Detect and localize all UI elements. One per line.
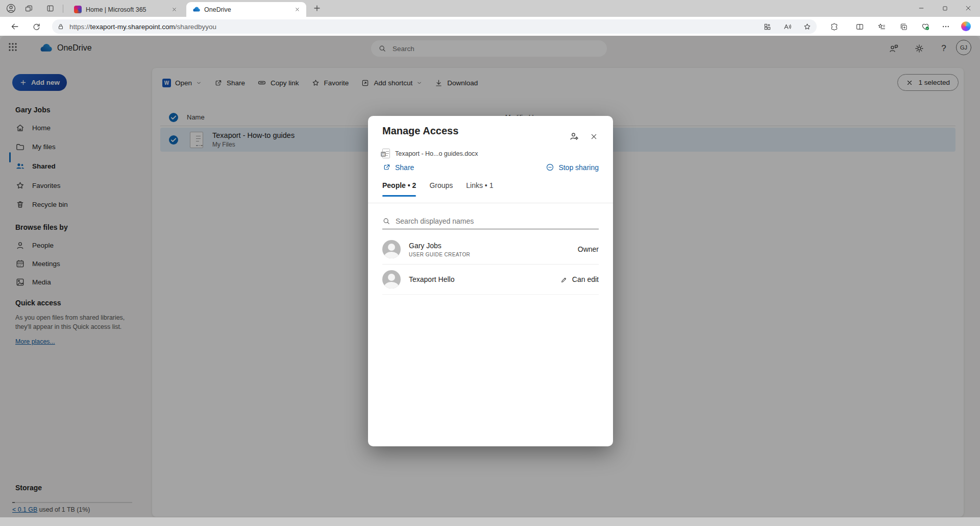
person-gear-icon bbox=[569, 131, 579, 141]
copilot-icon[interactable] bbox=[961, 21, 971, 31]
browser-essentials-icon[interactable] bbox=[919, 20, 932, 33]
dialog-share-button[interactable]: Share bbox=[382, 163, 414, 172]
lock-icon bbox=[57, 23, 64, 30]
browser-profile-icon[interactable] bbox=[6, 4, 16, 13]
person-info: Gary Jobs USER GUIDE CREATOR bbox=[409, 242, 470, 257]
minus-circle-icon bbox=[546, 163, 554, 172]
split-screen-icon[interactable] bbox=[853, 20, 866, 33]
workspaces-icon[interactable] bbox=[763, 22, 772, 31]
ellipsis-glyph bbox=[942, 22, 950, 31]
tabstrip-divider bbox=[63, 5, 63, 13]
dialog-close-button[interactable] bbox=[587, 130, 600, 142]
role-label: Can edit bbox=[572, 275, 599, 283]
share-icon bbox=[382, 163, 391, 172]
people-search-input[interactable] bbox=[396, 217, 584, 225]
url-text: https://texaport-my.sharepoint.com/share… bbox=[69, 23, 216, 31]
browser-tab-strip: Home | Microsoft 365 OneDrive bbox=[0, 0, 980, 17]
vertical-tabs-icon[interactable] bbox=[46, 4, 55, 13]
share-label: Share bbox=[395, 163, 414, 172]
person-name: Gary Jobs bbox=[409, 242, 470, 250]
browser-address-bar-row: https://texaport-my.sharepoint.com/share… bbox=[0, 17, 980, 36]
tab-home-microsoft365[interactable]: Home | Microsoft 365 bbox=[69, 2, 183, 17]
tab-onedrive[interactable]: OneDrive bbox=[186, 2, 306, 17]
word-letter: W bbox=[382, 153, 385, 156]
address-bar[interactable]: https://texaport-my.sharepoint.com/share… bbox=[52, 19, 817, 34]
stop-sharing-label: Stop sharing bbox=[558, 163, 599, 172]
dialog-tab-list: People • 2 Groups Links • 1 bbox=[382, 181, 493, 189]
stop-sharing-button[interactable]: Stop sharing bbox=[546, 163, 599, 172]
person-subtitle: USER GUIDE CREATOR bbox=[409, 252, 470, 257]
list-divider bbox=[382, 294, 599, 295]
manage-access-dialog: Manage Access W Texaport - Ho...o guides… bbox=[368, 116, 613, 446]
url-path: /sharedbyyou bbox=[175, 23, 216, 31]
pencil-icon bbox=[560, 276, 568, 283]
window-close-button[interactable] bbox=[958, 0, 979, 16]
browser-window: Home | Microsoft 365 OneDrive bbox=[0, 0, 980, 526]
word-document-icon: W bbox=[382, 149, 390, 158]
tab-close-icon[interactable] bbox=[293, 6, 301, 14]
tab-people[interactable]: People • 2 bbox=[382, 181, 416, 189]
tab-links[interactable]: Links • 1 bbox=[466, 181, 493, 189]
read-aloud-icon[interactable] bbox=[783, 22, 792, 31]
avatar bbox=[382, 270, 401, 289]
window-minimize-button[interactable] bbox=[911, 0, 932, 16]
dialog-search[interactable] bbox=[382, 213, 599, 229]
url-scheme: https:// bbox=[69, 23, 90, 31]
list-divider bbox=[382, 264, 599, 265]
dialog-file-row: W Texaport - Ho...o guides.docx bbox=[382, 149, 478, 158]
collections-icon[interactable] bbox=[897, 20, 910, 33]
tab-title: OneDrive bbox=[204, 6, 289, 13]
person-row-owner[interactable]: Gary Jobs USER GUIDE CREATOR Owner bbox=[382, 235, 599, 263]
person-permission[interactable]: Can edit bbox=[560, 275, 599, 283]
microsoft365-icon bbox=[74, 6, 82, 13]
person-name: Texaport Hello bbox=[409, 275, 455, 283]
active-tab-indicator bbox=[382, 195, 416, 197]
new-tab-button[interactable] bbox=[312, 4, 322, 13]
tab-close-icon[interactable] bbox=[170, 6, 178, 14]
window-bottom-edge bbox=[0, 517, 980, 526]
advanced-permissions-icon[interactable] bbox=[568, 130, 580, 142]
person-role: Owner bbox=[578, 245, 599, 253]
avatar bbox=[382, 240, 401, 258]
url-host: texaport-my.sharepoint.com bbox=[90, 23, 175, 31]
search-icon bbox=[382, 217, 390, 225]
favorites-list-icon[interactable] bbox=[875, 20, 888, 33]
refresh-icon[interactable] bbox=[30, 20, 43, 33]
dialog-file-name: Texaport - Ho...o guides.docx bbox=[395, 150, 478, 157]
tab-groups[interactable]: Groups bbox=[429, 181, 453, 189]
role-label: Owner bbox=[578, 245, 599, 253]
person-row-editor[interactable]: Texaport Hello Can edit bbox=[382, 266, 599, 293]
dialog-title: Manage Access bbox=[382, 125, 458, 137]
back-icon[interactable] bbox=[8, 20, 21, 33]
onedrive-cloud-icon bbox=[191, 5, 200, 14]
extensions-icon[interactable] bbox=[827, 20, 841, 33]
browser-menu-icon[interactable] bbox=[939, 20, 952, 33]
dialog-divider bbox=[368, 203, 613, 203]
add-favorite-icon[interactable] bbox=[803, 22, 812, 31]
window-maximize-button[interactable] bbox=[934, 0, 955, 16]
close-icon bbox=[590, 133, 598, 140]
tab-actions-icon[interactable] bbox=[24, 4, 33, 13]
person-info: Texaport Hello bbox=[409, 275, 455, 283]
tab-title: Home | Microsoft 365 bbox=[86, 6, 166, 13]
